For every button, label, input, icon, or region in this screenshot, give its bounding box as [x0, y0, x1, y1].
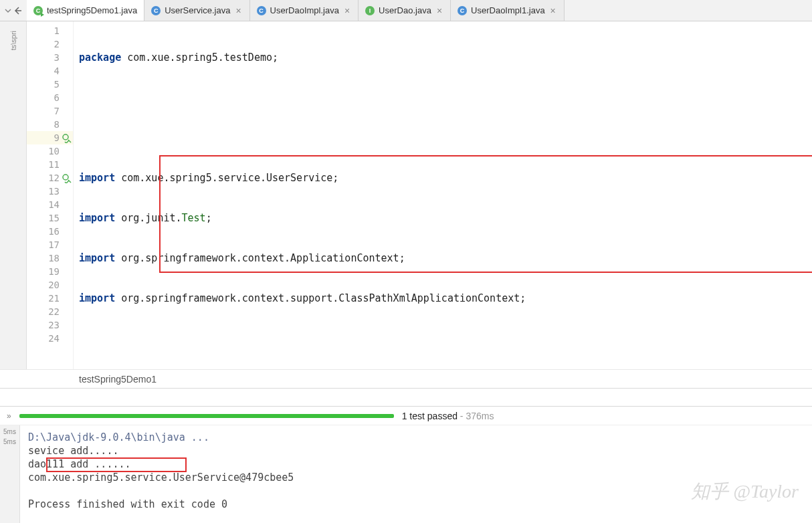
editor-tab-bar: CtestSpring5Demo1.javaCUserService.java×…: [0, 0, 812, 21]
project-toggle[interactable]: [0, 0, 27, 21]
line-number[interactable]: 20: [27, 278, 73, 292]
line-number[interactable]: 1: [27, 24, 73, 37]
console-panel: 5ms 5ms D:\Java\jdk-9.0.4\bin\java ... s…: [0, 425, 812, 523]
class-icon: C: [458, 6, 467, 15]
test-progress-bar: [19, 414, 394, 418]
file-tab-3[interactable]: IUserDao.java×: [359, 0, 451, 21]
file-tab-2[interactable]: CUserDaoImpl.java×: [250, 0, 359, 21]
code-text: com.xue.spring5.testDemo;: [121, 51, 278, 64]
keyword: package: [79, 51, 121, 64]
code-text: ;: [206, 212, 212, 224]
console-line: Process finished with exit code 0: [28, 498, 294, 511]
line-number[interactable]: 4: [27, 64, 73, 78]
interface-icon: I: [365, 6, 375, 15]
dropdown-icon: [5, 7, 11, 14]
editor-area: ts\spri 12345678910111213141516171819202…: [0, 21, 812, 369]
line-number[interactable]: 5: [27, 78, 73, 91]
breadcrumb-bar[interactable]: testSpring5Demo1: [0, 369, 812, 388]
close-icon[interactable]: ×: [549, 5, 557, 16]
tab-label: UserDao.java: [379, 5, 431, 15]
line-number[interactable]: 11: [27, 158, 73, 171]
line-number-gutter[interactable]: 123456789101112131415161718192021222324: [27, 21, 74, 369]
run-test-icon[interactable]: [62, 173, 72, 183]
line-number[interactable]: 10: [27, 144, 73, 158]
tab-label: UserDaoImpl.java: [270, 5, 339, 15]
line-number[interactable]: 18: [27, 251, 73, 265]
line-number[interactable]: 6: [27, 91, 73, 104]
line-number[interactable]: 21: [27, 292, 73, 305]
back-arrow-icon: [13, 6, 22, 15]
line-number[interactable]: 14: [27, 198, 73, 211]
test-time: - 376ms: [458, 411, 494, 421]
line-number[interactable]: 19: [27, 265, 73, 278]
line-number[interactable]: 2: [27, 37, 73, 51]
close-icon[interactable]: ×: [343, 5, 351, 16]
class-ref: Test: [182, 212, 206, 224]
code-text: org.springframework.context.support.Clas…: [115, 292, 526, 304]
file-tab-0[interactable]: CtestSpring5Demo1.java: [27, 0, 144, 21]
left-strip-label: ts\spri: [9, 31, 17, 50]
code-editor[interactable]: package com.xue.spring5.testDemo; import…: [74, 21, 812, 369]
test-status-bar: » 1 test passed - 376ms: [0, 407, 812, 425]
panel-divider[interactable]: [0, 388, 812, 407]
code-text: com.xue.spring5.service.UserService;: [115, 172, 338, 184]
line-number[interactable]: 22: [27, 305, 73, 318]
class-icon: C: [257, 6, 266, 15]
console-command: D:\Java\jdk-9.0.4\bin\java ...: [28, 431, 294, 444]
keyword: import: [79, 212, 115, 224]
line-number[interactable]: 13: [27, 185, 73, 198]
test-summary: 1 test passed - 376ms: [402, 411, 494, 421]
code-text: org.springframework.context.ApplicationC…: [115, 252, 405, 264]
tab-label: UserService.java: [165, 5, 230, 15]
file-tab-4[interactable]: CUserDaoImpl1.java×: [451, 0, 565, 21]
tab-label: testSpring5Demo1.java: [47, 5, 137, 15]
keyword: import: [79, 172, 115, 184]
expand-icon[interactable]: »: [7, 411, 11, 421]
console-output[interactable]: D:\Java\jdk-9.0.4\bin\java ... sevice ad…: [20, 425, 302, 523]
timing-badge: 5ms: [0, 425, 19, 435]
svg-point-1: [63, 175, 68, 180]
class-icon: C: [151, 6, 161, 15]
timing-badge: 5ms: [0, 435, 19, 445]
line-number[interactable]: 3: [27, 51, 73, 64]
breadcrumb-item: testSpring5Demo1: [79, 374, 157, 385]
tab-label: UserDaoImpl1.java: [471, 5, 545, 15]
run-test-icon[interactable]: [62, 133, 72, 142]
console-line: com.xue.spring5.service.UserService@479c…: [28, 471, 294, 484]
class-icon: C: [33, 6, 43, 15]
file-tab-1[interactable]: CUserService.java×: [144, 0, 249, 21]
line-number[interactable]: 15: [27, 211, 73, 225]
console-line: sevice add.....: [28, 444, 294, 457]
keyword: import: [79, 252, 115, 264]
left-tool-strip[interactable]: ts\spri: [0, 21, 27, 369]
line-number[interactable]: 8: [27, 118, 73, 131]
close-icon[interactable]: ×: [435, 5, 443, 16]
line-number[interactable]: 7: [27, 104, 73, 118]
line-number[interactable]: 23: [27, 318, 73, 332]
tabs: CtestSpring5Demo1.javaCUserService.java×…: [27, 0, 565, 21]
test-passed-label: 1 test passed: [402, 411, 458, 421]
line-number[interactable]: 16: [27, 225, 73, 238]
console-line: dao111 add ......: [28, 457, 294, 471]
console-side-strip[interactable]: 5ms 5ms: [0, 425, 20, 523]
line-number[interactable]: 24: [27, 332, 73, 345]
keyword: import: [79, 292, 115, 304]
line-number[interactable]: 9: [27, 131, 73, 144]
close-icon[interactable]: ×: [234, 5, 242, 16]
line-number[interactable]: 12: [27, 171, 73, 185]
line-number[interactable]: 17: [27, 238, 73, 251]
svg-point-0: [63, 134, 68, 140]
code-text: org.junit.: [115, 212, 181, 224]
